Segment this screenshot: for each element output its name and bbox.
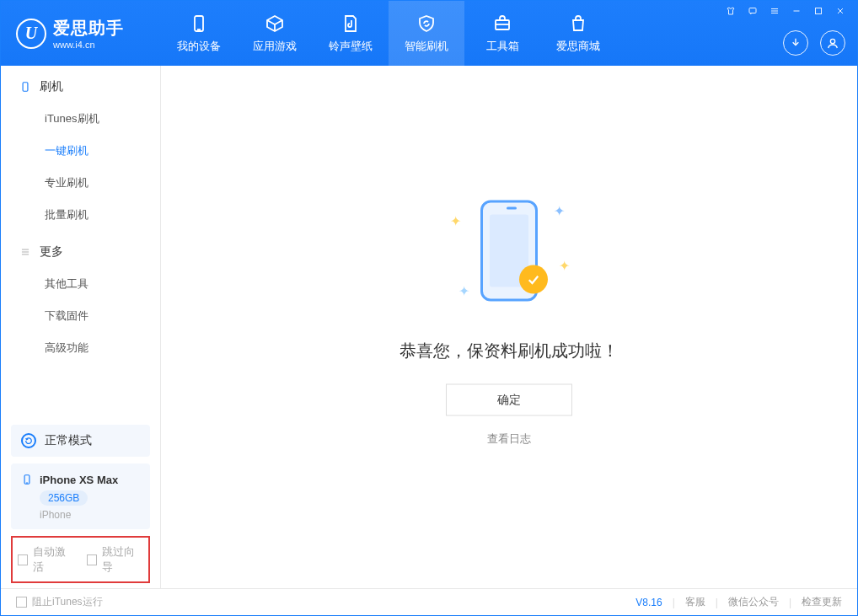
separator: | [789, 597, 791, 608]
sparkle-icon: ✦ [450, 212, 461, 228]
sidebar-item-onekey-flash[interactable]: 一键刷机 [1, 135, 160, 167]
ok-button[interactable]: 确定 [446, 383, 572, 415]
storage-badge: 256GB [40, 490, 88, 506]
window-controls [726, 6, 845, 16]
bag-icon [568, 13, 588, 34]
svg-rect-13 [816, 8, 822, 14]
checkbox-label: 跳过向导 [102, 544, 143, 575]
section-label: 更多 [40, 244, 63, 260]
status-card[interactable]: 正常模式 [11, 425, 150, 457]
options-box: 自动激活 跳过向导 [11, 536, 150, 583]
app-title: 爱思助手 [53, 17, 124, 40]
tab-label: 我的设备 [177, 39, 221, 54]
checkbox-skip-guide[interactable]: 跳过向导 [87, 544, 144, 575]
status-icon [21, 433, 36, 448]
app-window: U 爱思助手 www.i4.cn 我的设备 应用游戏 铃声壁纸 智能刷机 [0, 0, 858, 616]
nav-tabs: 我的设备 应用游戏 铃声壁纸 智能刷机 工具箱 爱思商城 [161, 1, 616, 66]
footer-right: V8.16 | 客服 | 微信公众号 | 检查更新 [635, 595, 842, 609]
tab-label: 应用游戏 [253, 39, 297, 54]
sparkle-icon: ✦ [458, 282, 469, 298]
sidebar: 刷机 iTunes刷机 一键刷机 专业刷机 批量刷机 更多 其他工具 下载固件 … [1, 66, 161, 588]
profile-button[interactable] [820, 30, 845, 56]
header-actions [783, 30, 845, 56]
checkbox-icon [18, 554, 28, 565]
menu-icon[interactable] [770, 6, 780, 16]
tab-store[interactable]: 爱思商城 [540, 1, 616, 66]
success-panel: ✦ ✦ ✦ ✦ 恭喜您，保资料刷机成功啦！ 确定 查看日志 [400, 187, 619, 446]
sidebar-item-itunes-flash[interactable]: iTunes刷机 [1, 103, 160, 135]
download-icon [789, 36, 802, 50]
header-right [726, 1, 845, 66]
checkbox-label: 阻止iTunes运行 [32, 595, 103, 609]
sparkle-icon: ✦ [554, 202, 565, 218]
checkbox-icon [16, 597, 27, 608]
status-text: 正常模式 [45, 433, 92, 448]
tab-smart-flash[interactable]: 智能刷机 [389, 1, 464, 66]
download-button[interactable] [783, 30, 808, 56]
user-icon [826, 36, 839, 50]
list-icon [19, 246, 31, 258]
success-graphic: ✦ ✦ ✦ ✦ [442, 187, 576, 313]
maximize-button[interactable] [813, 6, 823, 16]
check-update-link[interactable]: 检查更新 [802, 595, 842, 609]
version-label: V8.16 [635, 597, 662, 608]
sparkle-icon: ✦ [559, 257, 570, 273]
sidebar-item-batch-flash[interactable]: 批量刷机 [1, 199, 160, 231]
refresh-shield-icon [416, 13, 437, 34]
checkbox-auto-activate[interactable]: 自动激活 [18, 544, 75, 575]
tab-label: 智能刷机 [405, 39, 448, 54]
tab-toolbox[interactable]: 工具箱 [464, 1, 540, 66]
wechat-link[interactable]: 微信公众号 [728, 595, 779, 609]
feedback-icon[interactable] [748, 6, 758, 16]
sidebar-item-download-firmware[interactable]: 下载固件 [1, 300, 160, 332]
section-head-more: 更多 [1, 231, 160, 268]
separator: | [673, 597, 675, 608]
checkbox-block-itunes[interactable]: 阻止iTunes运行 [16, 595, 103, 609]
section-head-flash: 刷机 [1, 66, 160, 103]
checkbox-icon [87, 554, 97, 565]
toolbox-icon [492, 13, 512, 34]
phone-icon [189, 13, 209, 34]
header: U 爱思助手 www.i4.cn 我的设备 应用游戏 铃声壁纸 智能刷机 [1, 1, 857, 66]
support-link[interactable]: 客服 [685, 595, 705, 609]
music-file-icon [341, 13, 361, 34]
svg-rect-8 [749, 8, 756, 13]
sidebar-item-advanced[interactable]: 高级功能 [1, 332, 160, 364]
tab-label: 铃声壁纸 [329, 39, 373, 54]
device-row: iPhone XS Max [21, 472, 140, 487]
tab-my-device[interactable]: 我的设备 [161, 1, 237, 66]
checkbox-label: 自动激活 [33, 544, 74, 575]
svg-rect-18 [23, 83, 28, 92]
logo-text: 爱思助手 www.i4.cn [53, 17, 124, 50]
device-icon [19, 81, 31, 93]
body: 刷机 iTunes刷机 一键刷机 专业刷机 批量刷机 更多 其他工具 下载固件 … [1, 66, 857, 588]
device-type: iPhone [40, 509, 140, 521]
device-name: iPhone XS Max [40, 474, 118, 486]
minimize-button[interactable] [791, 6, 802, 16]
tab-label: 工具箱 [486, 39, 519, 54]
svg-line-3 [267, 20, 275, 24]
svg-line-4 [275, 20, 282, 24]
shirt-icon[interactable] [726, 6, 736, 16]
tab-ring-wallpaper[interactable]: 铃声壁纸 [313, 1, 389, 66]
tab-label: 爱思商城 [556, 39, 600, 54]
footer: 阻止iTunes运行 V8.16 | 客服 | 微信公众号 | 检查更新 [1, 588, 857, 615]
main-content: ✦ ✦ ✦ ✦ 恭喜您，保资料刷机成功啦！ 确定 查看日志 [161, 66, 857, 588]
tab-apps-games[interactable]: 应用游戏 [237, 1, 313, 66]
separator: | [716, 597, 718, 608]
sidebar-item-other-tools[interactable]: 其他工具 [1, 268, 160, 300]
logo-icon: U [16, 19, 46, 49]
phone-small-icon [21, 472, 33, 487]
svg-point-17 [830, 39, 834, 43]
section-label: 刷机 [40, 79, 63, 94]
success-message: 恭喜您，保资料刷机成功啦！ [400, 339, 619, 362]
logo: U 爱思助手 www.i4.cn [1, 17, 161, 50]
device-card[interactable]: iPhone XS Max 256GB iPhone [11, 463, 150, 529]
view-log-link[interactable]: 查看日志 [487, 431, 531, 446]
close-button[interactable] [835, 6, 845, 16]
check-badge-icon [519, 265, 548, 293]
app-subtitle: www.i4.cn [53, 40, 124, 50]
sidebar-item-pro-flash[interactable]: 专业刷机 [1, 167, 160, 199]
footer-left: 阻止iTunes运行 [16, 595, 103, 609]
sidebar-bottom: 正常模式 iPhone XS Max 256GB iPhone 自动激活 [1, 415, 160, 588]
